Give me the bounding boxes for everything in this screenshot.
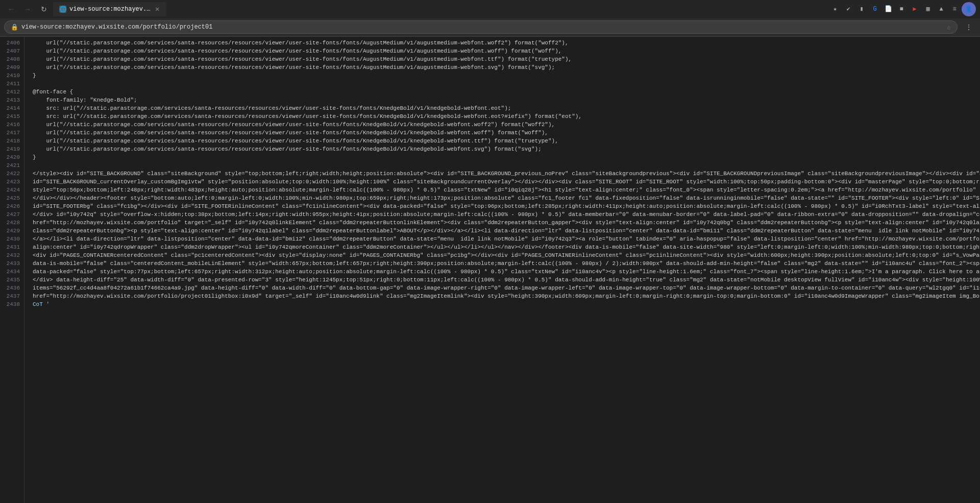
code-line[interactable]: </div></div></header><footer style="bott…	[24, 194, 980, 202]
browser-actions: ⋮	[962, 20, 976, 34]
line-number: 2418	[0, 137, 24, 145]
code-line[interactable]: class="ddm2repeaterButtonbg"><p style="t…	[24, 227, 980, 235]
ext-icon-9[interactable]: ▲	[935, 3, 947, 15]
line-number: 2438	[0, 300, 24, 308]
profile-button[interactable]: 👤	[962, 2, 976, 16]
code-line[interactable]: font-family: "Knedge-Bold";	[24, 96, 980, 104]
code-line[interactable]: data-is-mobile="false" class="centeredCo…	[24, 259, 980, 268]
ext-icon-1[interactable]: ★	[829, 3, 841, 15]
address-text: view-source:mozhayev.wixsite.com/portfol…	[21, 23, 944, 31]
line-number: 2413	[0, 96, 24, 104]
ext-icon-7[interactable]: ▶	[909, 3, 921, 15]
line-number: 2437	[0, 292, 24, 300]
ext-icon-10[interactable]: ≡	[948, 3, 961, 15]
code-line[interactable]: url("//static.parastorage.com/services/s…	[24, 145, 980, 153]
code-line[interactable]: data-packed="false" style="top:77px;bott…	[24, 268, 980, 276]
browser-window: ← → ↻ 🌐 view-source:mozhayev.wixsite.com…	[0, 0, 980, 503]
code-line[interactable]: </div> data-height-diff="25" data-width-…	[24, 276, 980, 284]
code-line[interactable]: @font-face {	[24, 88, 980, 96]
tab-title: view-source:mozhayev.wixsite.com/portfol…	[69, 6, 151, 13]
ext-icon-3[interactable]: ▮	[855, 3, 868, 15]
line-number: 2433	[0, 259, 24, 268]
code-content[interactable]: url("//static.parastorage.com/services/s…	[24, 37, 980, 503]
line-number: 2406	[0, 39, 24, 47]
code-line[interactable]: url("//static.parastorage.com/services/s…	[24, 129, 980, 137]
ext-icon-2[interactable]: ✔	[842, 3, 854, 15]
code-line[interactable]: style="top:56px;bottom;left:248px;right:…	[24, 186, 980, 194]
code-line[interactable]: id="SITE_FOOTERbg" class="fc1bg"></div><…	[24, 202, 980, 210]
code-line[interactable]: </a></li><li data-direction="ltr" data-l…	[24, 235, 980, 243]
code-line[interactable]: CoT '	[24, 300, 980, 308]
address-bar[interactable]: 🔒 view-source:mozhayev.wixsite.com/portf…	[4, 20, 958, 34]
line-number: 2429	[0, 227, 24, 235]
browser-tabs: ← → ↻ 🌐 view-source:mozhayev.wixsite.com…	[0, 0, 980, 18]
code-line[interactable]	[24, 80, 980, 88]
line-number: 2428	[0, 219, 24, 227]
code-line[interactable]: url("//static.parastorage.com/services/s…	[24, 39, 980, 47]
ext-icon-5[interactable]: 📄	[882, 3, 894, 15]
tab-close-button[interactable]: ✕	[154, 5, 160, 13]
active-tab[interactable]: 🌐 view-source:mozhayev.wixsite.com/portf…	[53, 2, 166, 16]
code-line[interactable]: }	[24, 71, 980, 80]
line-number: 2421	[0, 161, 24, 170]
line-number: 2425	[0, 194, 24, 202]
code-line[interactable]: <div id="PAGES_CONTAINERcenteredContent"…	[24, 251, 980, 259]
code-line[interactable]: href="http://mozhayev.wixsite.com/portfo…	[24, 292, 980, 300]
line-number: 2431	[0, 243, 24, 251]
code-line[interactable]: align:center" id="i0y742qdropWrapper" cl…	[24, 243, 980, 251]
line-number: 2411	[0, 80, 24, 88]
code-line[interactable]: src: url("//static.parastorage.com/servi…	[24, 112, 980, 121]
browser-chrome: ← → ↻ 🌐 view-source:mozhayev.wixsite.com…	[0, 0, 980, 37]
line-number: 2407	[0, 47, 24, 55]
line-number: 2435	[0, 276, 24, 284]
line-number: 2424	[0, 186, 24, 194]
code-line[interactable]: </div> id="i0y742q" style="overflow-x:hi…	[24, 210, 980, 219]
code-line[interactable]: url("//static.parastorage.com/services/s…	[24, 55, 980, 63]
line-number: 2434	[0, 268, 24, 276]
code-line[interactable]: url("//static.parastorage.com/services/s…	[24, 121, 980, 129]
line-number: 2420	[0, 153, 24, 161]
line-number: 2410	[0, 71, 24, 80]
code-area: 2406240724082409241024112412241324142415…	[0, 37, 980, 503]
forward-button[interactable]: →	[20, 2, 35, 16]
line-number: 2422	[0, 170, 24, 178]
line-number: 2416	[0, 121, 24, 129]
code-line[interactable]: src: url("//static.parastorage.com/servi…	[24, 104, 980, 112]
line-number: 2432	[0, 251, 24, 259]
line-numbers: 2406240724082409241024112412241324142415…	[0, 37, 24, 503]
ext-icon-4[interactable]: G	[869, 3, 881, 15]
code-line[interactable]: items="56292f_cc4d4aa8f04272a61b1f74662c…	[24, 284, 980, 292]
browser-toolbar: 🔒 view-source:mozhayev.wixsite.com/portf…	[0, 18, 980, 37]
line-number: 2419	[0, 145, 24, 153]
code-line[interactable]	[24, 161, 980, 170]
code-line[interactable]: href="http://mozhayev.wixsite.com/portfo…	[24, 219, 980, 227]
security-icon: 🔒	[11, 23, 18, 31]
line-number: 2408	[0, 55, 24, 63]
line-number: 2415	[0, 112, 24, 121]
line-number: 2436	[0, 284, 24, 292]
back-button[interactable]: ←	[4, 2, 18, 16]
line-number: 2417	[0, 129, 24, 137]
settings-button[interactable]: ⋮	[962, 20, 976, 34]
extension-icons: ★ ✔ ▮ G 📄 ■ ▶ ▦ ▲ ≡ 👤	[829, 2, 976, 16]
line-number: 2412	[0, 88, 24, 96]
tab-favicon: 🌐	[59, 6, 66, 13]
reload-button[interactable]: ↻	[37, 2, 51, 16]
code-line[interactable]: url("//static.parastorage.com/services/s…	[24, 63, 980, 71]
code-line[interactable]: url("//static.parastorage.com/services/s…	[24, 47, 980, 55]
code-line[interactable]: </style><div id="SITE_BACKGROUND" class=…	[24, 170, 980, 178]
ext-icon-8[interactable]: ▦	[922, 3, 934, 15]
line-number: 2427	[0, 210, 24, 219]
bookmark-icon[interactable]: ☆	[947, 23, 951, 32]
code-line[interactable]: url("//static.parastorage.com/services/s…	[24, 137, 980, 145]
line-number: 2423	[0, 178, 24, 186]
ext-icon-6[interactable]: ■	[895, 3, 908, 15]
line-number: 2409	[0, 63, 24, 71]
line-number: 2430	[0, 235, 24, 243]
line-number: 2426	[0, 202, 24, 210]
code-line[interactable]: id="SITE_BACKGROUND_currentOverlay_custo…	[24, 178, 980, 186]
line-number: 2414	[0, 104, 24, 112]
code-line[interactable]: }	[24, 153, 980, 161]
